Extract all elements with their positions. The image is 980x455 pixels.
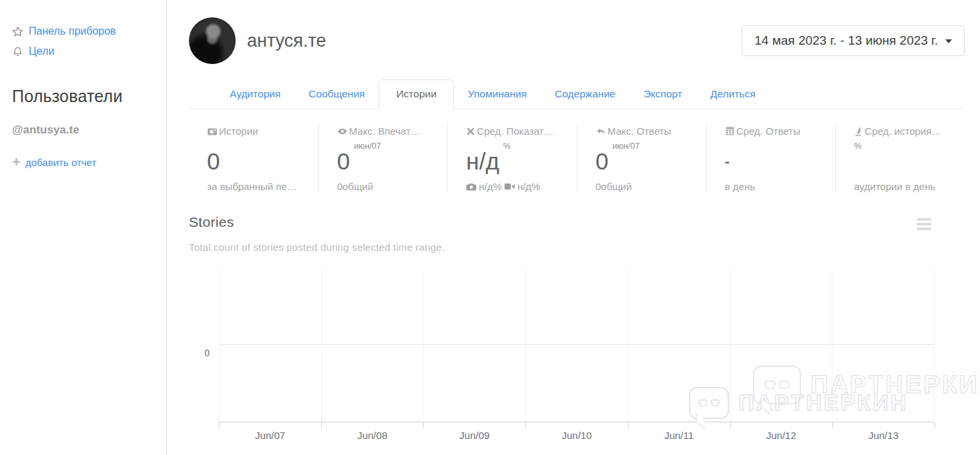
stories-camera-icon — [207, 126, 218, 137]
avatar — [189, 17, 236, 64]
grid-segment — [628, 270, 730, 422]
stats-row: Истории0за выбранный пе…Макс. Впечат…0ию… — [189, 125, 965, 192]
stories-chart: 0 Jun/07Jun/08Jun/09Jun/10Jun/11Jun/12Ju… — [189, 270, 965, 441]
stat-footer-text: аудитории в день — [854, 181, 935, 192]
stat-footer: 0общий — [595, 181, 701, 192]
chart-subtitle: Total count of stories posted during sel… — [189, 242, 965, 253]
tab-export[interactable]: Экспорт — [630, 80, 696, 109]
stat-value: н/д — [466, 150, 499, 172]
stat-footer-text: 0общий — [337, 181, 373, 192]
stat-label: Макс. Впечат… — [337, 125, 443, 137]
sidebar-item-label: Цели — [29, 45, 54, 57]
stat-label: Макс. Ответы — [595, 125, 701, 137]
grid-segment — [321, 270, 423, 422]
users-section-title: Пользователи — [12, 87, 166, 106]
stat-stories: Истории0за выбранный пе… — [189, 125, 318, 192]
zero-gridline — [219, 344, 935, 345]
tabs-bar: АудиторияСообщенияИсторииУпоминанияСодер… — [189, 79, 965, 109]
stories-chart-panel: Stories Total count of stories posted du… — [189, 214, 965, 441]
date-range-label: 14 мая 2023 г. - 13 июня 2023 г. — [754, 33, 938, 48]
sidebar-nav: Панель приборовЦели — [12, 25, 166, 57]
sidebar: Панель приборовЦели Пользователи @antusy… — [0, 0, 167, 455]
eye-icon — [337, 126, 348, 137]
reply-icon — [595, 126, 606, 137]
tab-content[interactable]: Содержание — [541, 80, 630, 109]
x-axis-tick-label: Jun/10 — [525, 422, 628, 441]
stat-value: 0 — [337, 150, 350, 172]
stat-label-text: Истории — [219, 125, 258, 137]
tab-share[interactable]: Делиться — [696, 80, 770, 109]
profile-header: антуся.те 14 мая 2023 г. - 13 июня 2023 … — [189, 0, 965, 64]
sidebar-item-label: Панель приборов — [29, 25, 116, 37]
stat-avg-reach: Сред. Показат…н/д%н/д%н/д% — [447, 125, 577, 192]
stat-footer: в день — [725, 181, 830, 192]
stat-label-text: Сред. Ответы — [736, 125, 800, 137]
tab-mentions[interactable]: Упоминания — [454, 80, 541, 109]
stat-footer-text: за выбранный пе… — [207, 181, 297, 192]
stat-footer: за выбранный пе… — [207, 181, 313, 192]
stat-label-text: Макс. Ответы — [607, 125, 671, 137]
y-axis: 0 — [189, 270, 219, 441]
x-axis-tick-label: Jun/12 — [730, 422, 832, 441]
chart-title: Stories — [189, 214, 234, 230]
sidebar-item-dashboard[interactable]: Панель приборов — [12, 25, 166, 37]
x-axis-tick-label: Jun/11 — [628, 422, 730, 441]
tab-audience[interactable]: Аудитория — [216, 80, 294, 109]
grid-segment — [525, 270, 628, 422]
chevron-down-icon — [945, 39, 952, 43]
pen-icon — [854, 126, 863, 137]
plot-area — [219, 270, 935, 422]
x-icon — [466, 127, 475, 136]
stat-value-row: 0июн/07 — [337, 139, 443, 172]
x-axis-tick-label: Jun/09 — [423, 422, 525, 441]
stat-label-text: Макс. Впечат… — [349, 125, 421, 137]
stat-avg-replies: Сред. Ответы-в день — [706, 125, 836, 192]
stat-value-row: - — [725, 139, 830, 172]
calculator-icon — [725, 126, 735, 136]
grid-segment — [219, 270, 321, 422]
stat-footer: 0общий — [337, 181, 443, 192]
stat-value-row: 0июн/07 — [595, 139, 701, 172]
plus-icon — [12, 157, 21, 168]
stat-label: Сред. история… — [854, 125, 959, 137]
video-icon — [504, 182, 515, 191]
username: @antusya.te — [12, 123, 166, 137]
main-content: антуся.те 14 мая 2023 г. - 13 июня 2023 … — [167, 0, 980, 455]
stat-label: Сред. Показат… — [466, 125, 571, 137]
stat-value: 0 — [595, 150, 608, 172]
x-axis-tick-label: Jun/08 — [321, 422, 423, 441]
tab-messages[interactable]: Сообщения — [294, 80, 379, 109]
stat-label-text: Сред. Показат… — [477, 125, 553, 137]
stat-value: 0 — [207, 150, 220, 172]
sidebar-item-goals[interactable]: Цели — [12, 45, 166, 57]
add-report-label: добавить отчет — [25, 157, 96, 168]
stat-label: Сред. Ответы — [725, 125, 830, 137]
stat-footer: н/д%н/д% — [466, 181, 571, 192]
stat-value-row: н/д% — [466, 139, 571, 172]
stat-label-text: Сред. история… — [865, 125, 941, 137]
grid-segment — [730, 270, 832, 422]
stat-avg-story-reach: Сред. история…%аудитории в день — [835, 125, 965, 192]
stat-label: Истории — [207, 125, 313, 137]
x-axis-tick-label: Jun/13 — [832, 422, 935, 441]
profile-name: антуся.те — [247, 31, 326, 51]
stat-footer: аудитории в день — [854, 181, 959, 192]
stat-max-replies: Макс. Ответы0июн/070общий — [577, 125, 706, 192]
camera-icon — [466, 182, 477, 191]
analytics-app: Панель приборовЦели Пользователи @antusy… — [0, 0, 980, 455]
y-axis-tick-label: 0 — [204, 348, 210, 358]
stat-superscript: июн/07 — [354, 141, 381, 151]
stat-value: - — [725, 155, 730, 172]
grid-segment — [423, 270, 525, 422]
tab-stories[interactable]: Истории — [379, 79, 453, 109]
stat-footer-text: н/д% — [517, 181, 541, 192]
x-axis-labels: Jun/07Jun/08Jun/09Jun/10Jun/11Jun/12Jun/… — [219, 422, 935, 441]
add-report-link[interactable]: добавить отчет — [12, 157, 166, 168]
stat-footer-text: н/д% — [479, 181, 502, 192]
stat-superscript: % — [854, 141, 861, 151]
stat-max-impressions: Макс. Впечат…0июн/070общий — [318, 125, 448, 192]
stat-value-row: % — [854, 139, 959, 172]
chart-menu-icon[interactable] — [917, 214, 931, 234]
stat-footer-text: 0общий — [595, 181, 632, 192]
date-range-selector[interactable]: 14 мая 2023 г. - 13 июня 2023 г. — [742, 25, 965, 56]
